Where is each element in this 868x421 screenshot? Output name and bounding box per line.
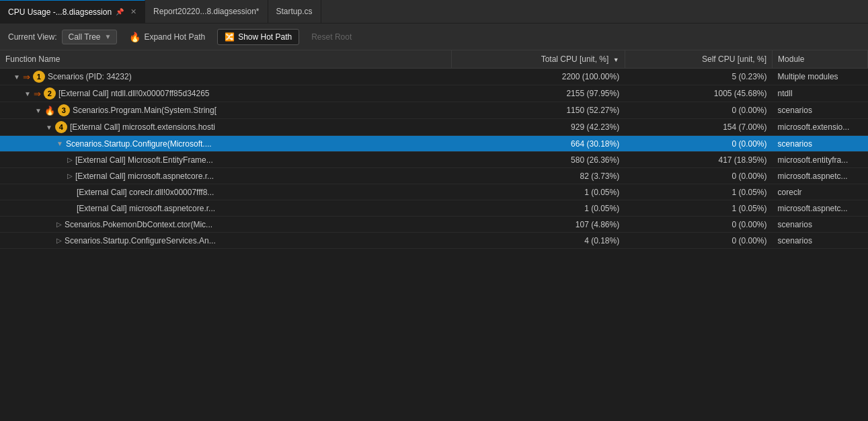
fn-name-cell: [External Call] microsoft.aspnetcore.r..…	[0, 200, 451, 217]
tab-startup-label: Startup.cs	[276, 7, 313, 16]
total-cpu-cell: 2155 (97.95%)	[451, 85, 625, 102]
tab-cpu-usage-label: CPU Usage -...8.diagsession	[8, 7, 112, 17]
self-cpu-cell: 1005 (45.68%)	[625, 85, 772, 102]
badge-number: 2	[44, 87, 56, 100]
tab-report[interactable]: Report20220...8.diagsession*	[145, 0, 268, 24]
reset-root-button[interactable]: Reset Root	[305, 30, 358, 44]
expand-arrow-icon[interactable]: ▷	[67, 156, 73, 163]
function-name-text: Scenarios.Startup.Configure(Microsoft...…	[66, 139, 212, 149]
table-row[interactable]: ▷[External Call] microsoft.aspnetcore.r.…	[0, 168, 868, 184]
badge-number: 1	[33, 71, 45, 83]
total-cpu-cell: 1 (0.05%)	[451, 184, 625, 200]
chevron-down-icon: ▼	[105, 33, 112, 40]
expand-arrow-icon[interactable]: ▷	[56, 221, 62, 228]
col-module[interactable]: Module	[773, 50, 868, 69]
table-row[interactable]: ▼⇒1Scenarios (PID: 34232)2200 (100.00%)5…	[0, 69, 868, 85]
total-cpu-cell: 1 (0.05%)	[451, 200, 625, 217]
module-cell: microsoft.aspnetc...	[773, 168, 868, 184]
module-cell: scenarios	[773, 233, 868, 249]
expand-arrow-icon[interactable]: ▼	[13, 73, 20, 81]
module-cell: scenarios	[773, 102, 868, 119]
col-function-name[interactable]: Function Name	[0, 50, 451, 69]
total-cpu-cell: 664 (30.18%)	[451, 136, 625, 152]
fn-name-cell: ▷[External Call] Microsoft.EntityFrame..…	[0, 152, 451, 168]
toolbar: Current View: Call Tree ▼ 🔥 Expand Hot P…	[0, 24, 868, 50]
col-total-cpu[interactable]: Total CPU [unit, %] ▼	[451, 50, 625, 69]
self-cpu-cell: 1 (0.05%)	[625, 184, 772, 200]
function-name-text: Scenarios.Program.Main(System.String[	[73, 106, 216, 115]
expand-arrow-icon[interactable]: ▼	[56, 140, 63, 147]
function-name-text: [External Call] ntdll.dll!0x00007ff85d34…	[58, 89, 210, 98]
self-cpu-cell: 154 (7.00%)	[625, 119, 772, 136]
badge-number: 3	[58, 104, 70, 116]
pin-icon: 📌	[116, 8, 124, 15]
module-cell: scenarios	[773, 136, 868, 152]
module-cell: microsoft.aspnetc...	[773, 200, 868, 217]
expand-arrow-icon[interactable]: ▷	[67, 172, 73, 180]
table-row[interactable]: ▼🔥3Scenarios.Program.Main(System.String[…	[0, 102, 868, 119]
fn-name-cell: ▷Scenarios.PokemonDbContext.ctor(Mic...	[0, 217, 451, 233]
current-view-label: Current View:	[8, 32, 56, 42]
expand-hot-path-label: Expand Hot Path	[144, 32, 205, 42]
total-cpu-cell: 580 (26.36%)	[451, 152, 625, 168]
flame-icon: 🔥	[44, 106, 55, 116]
total-cpu-cell: 1150 (52.27%)	[451, 102, 625, 119]
flame-icon: 🔥	[129, 32, 141, 42]
table-header-row: Function Name Total CPU [unit, %] ▼ Self…	[0, 50, 868, 69]
table-row[interactable]: ▼4[External Call] microsoft.extensions.h…	[0, 119, 868, 136]
tab-cpu-usage[interactable]: CPU Usage -...8.diagsession 📌 ✕	[0, 0, 145, 24]
fn-name-cell: ▷[External Call] microsoft.aspnetcore.r.…	[0, 168, 451, 184]
expand-arrow-icon[interactable]: ▼	[35, 107, 42, 114]
fn-name-cell: ▷Scenarios.Startup.ConfigureServices.An.…	[0, 233, 451, 249]
table-row[interactable]: ▷[External Call] Microsoft.EntityFrame..…	[0, 152, 868, 168]
hotpath-arrow-icon: 🔀	[225, 32, 235, 42]
self-cpu-cell: 0 (0.00%)	[625, 233, 772, 249]
show-hot-path-label: Show Hot Path	[238, 32, 292, 42]
table-row[interactable]: ▷Scenarios.PokemonDbContext.ctor(Mic...1…	[0, 217, 868, 233]
self-cpu-cell: 1 (0.05%)	[625, 200, 772, 217]
table-row[interactable]: ▼Scenarios.Startup.Configure(Microsoft..…	[0, 136, 868, 152]
sort-arrow-icon: ▼	[613, 56, 619, 63]
function-name-text: Scenarios (PID: 34232)	[48, 72, 132, 81]
expand-arrow-icon[interactable]: ▷	[56, 237, 62, 244]
function-name-text: Scenarios.PokemonDbContext.ctor(Mic...	[65, 220, 212, 229]
table-row[interactable]: ▼⇒2[External Call] ntdll.dll!0x00007ff85…	[0, 85, 868, 102]
self-cpu-cell: 0 (0.00%)	[625, 102, 772, 119]
call-tree-table: Function Name Total CPU [unit, %] ▼ Self…	[0, 50, 868, 249]
fn-name-cell: ▼🔥3Scenarios.Program.Main(System.String[	[0, 102, 451, 119]
self-cpu-cell: 417 (18.95%)	[625, 152, 772, 168]
tab-cpu-usage-close[interactable]: ✕	[130, 7, 136, 16]
col-self-cpu[interactable]: Self CPU [unit, %]	[625, 50, 772, 69]
show-hot-path-button[interactable]: 🔀 Show Hot Path	[217, 29, 299, 45]
badge-number: 4	[55, 121, 67, 133]
view-select-dropdown[interactable]: Call Tree ▼	[62, 30, 117, 44]
tab-report-label: Report20220...8.diagsession*	[153, 7, 259, 16]
self-cpu-cell: 0 (0.00%)	[625, 168, 772, 184]
view-select-value: Call Tree	[68, 32, 100, 42]
reset-root-label: Reset Root	[311, 32, 352, 42]
expand-arrow-icon[interactable]: ▼	[24, 90, 31, 98]
expand-arrow-icon[interactable]: ▼	[46, 124, 52, 131]
expand-hot-path-button[interactable]: 🔥 Expand Hot Path	[122, 29, 212, 45]
fn-name-cell: [External Call] coreclr.dll!0x00007fff8.…	[0, 184, 451, 200]
total-cpu-cell: 82 (3.73%)	[451, 168, 625, 184]
table-row[interactable]: [External Call] coreclr.dll!0x00007fff8.…	[0, 184, 868, 200]
function-name-text: [External Call] microsoft.aspnetcore.r..…	[77, 204, 215, 213]
module-cell: microsoft.entityfra...	[773, 152, 868, 168]
total-cpu-cell: 2200 (100.00%)	[451, 69, 625, 85]
module-cell: coreclr	[773, 184, 868, 200]
total-cpu-cell: 4 (0.18%)	[451, 233, 625, 249]
module-cell: scenarios	[773, 217, 868, 233]
function-name-text: [External Call] coreclr.dll!0x00007fff8.…	[77, 188, 214, 197]
total-cpu-cell: 107 (4.86%)	[451, 217, 625, 233]
function-name-text: Scenarios.Startup.ConfigureServices.An..…	[65, 236, 216, 245]
self-cpu-cell: 5 (0.23%)	[625, 69, 772, 85]
hotpath-icon: ⇒	[34, 89, 41, 99]
total-cpu-cell: 929 (42.23%)	[451, 119, 625, 136]
table-row[interactable]: [External Call] microsoft.aspnetcore.r..…	[0, 200, 868, 217]
table-row[interactable]: ▷Scenarios.Startup.ConfigureServices.An.…	[0, 233, 868, 249]
fn-name-cell: ▼⇒2[External Call] ntdll.dll!0x00007ff85…	[0, 85, 451, 102]
function-name-text: [External Call] microsoft.aspnetcore.r..…	[75, 171, 214, 181]
fn-name-cell: ▼4[External Call] microsoft.extensions.h…	[0, 119, 451, 136]
tab-startup[interactable]: Startup.cs	[268, 0, 321, 24]
